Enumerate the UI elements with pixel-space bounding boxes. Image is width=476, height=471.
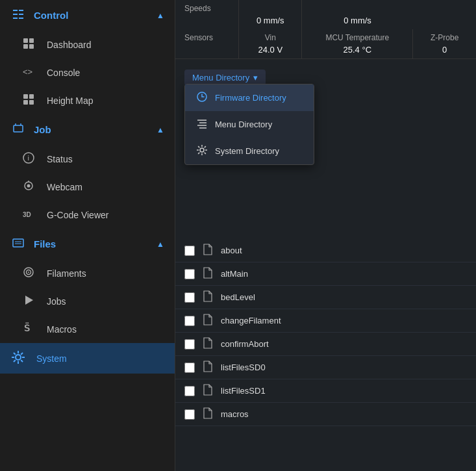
file-doc-icon — [203, 244, 213, 257]
dashboard-label: Dashboard — [47, 40, 92, 50]
filaments-label: Filaments — [47, 268, 86, 279]
system-dir-label: System Directory — [215, 146, 279, 156]
menu-dir-label: Menu Directory — [192, 73, 249, 83]
jobs-label: Jobs — [47, 296, 66, 307]
job-section-header[interactable]: Job ▲ — [0, 114, 175, 145]
console-label: Console — [47, 68, 80, 78]
macros-label: Macros — [47, 324, 77, 335]
webcam-label: Webcam — [47, 182, 82, 192]
dropdown-firmware[interactable]: Firmware Directory — [185, 84, 314, 111]
gcode-label: G-Code Viewer — [47, 210, 108, 220]
gcode-icon: 3D — [21, 207, 36, 222]
svg-rect-4 — [13, 18, 18, 19]
svg-rect-6 — [23, 38, 28, 43]
svg-rect-8 — [23, 44, 28, 49]
file-name-listFilesSD0: listFilesSD0 — [221, 363, 266, 372]
zprobe-value: 0 — [413, 44, 476, 58]
status-icon: i — [21, 151, 36, 166]
sidebar-item-height-map[interactable]: Height Map — [0, 86, 175, 114]
svg-text:3D: 3D — [23, 211, 31, 218]
firmware-icon — [195, 91, 208, 105]
svg-rect-7 — [29, 38, 34, 43]
files-label: Files — [34, 238, 56, 249]
control-section-header[interactable]: Control ▲ — [0, 0, 175, 31]
file-checkbox-listFilesSD0[interactable] — [184, 363, 195, 373]
file-row: bedLevel — [175, 286, 476, 309]
file-row: about — [175, 239, 476, 262]
file-doc-icon — [203, 314, 213, 327]
dropdown-menu-dir[interactable]: Menu Directory — [185, 111, 314, 138]
file-checkbox-altMain[interactable] — [184, 269, 195, 279]
dashboard-icon — [21, 37, 36, 52]
sidebar-item-console[interactable]: <> Console — [0, 58, 175, 86]
svg-rect-9 — [29, 44, 34, 49]
svg-rect-12 — [29, 94, 34, 99]
files-chevron: ▲ — [157, 240, 164, 249]
sensors-label: Sensors — [175, 29, 239, 44]
file-name-bedLevel: bedLevel — [221, 292, 255, 302]
svg-point-19 — [27, 185, 31, 188]
firmware-label: Firmware Directory — [215, 93, 286, 103]
sidebar-item-jobs[interactable]: Jobs — [0, 287, 175, 315]
svg-rect-0 — [13, 10, 18, 11]
files-section-header[interactable]: Files ▲ — [0, 229, 175, 259]
speeds-label: Speeds — [175, 0, 239, 14]
file-checkbox-macros[interactable] — [184, 409, 195, 420]
file-name-about: about — [221, 246, 242, 255]
console-icon: <> — [21, 65, 36, 80]
file-row: listFilesSD1 — [175, 379, 476, 403]
svg-rect-15 — [14, 125, 23, 132]
sidebar-item-macros[interactable]: S̈ Macros — [0, 315, 175, 343]
svg-marker-26 — [25, 296, 33, 305]
filaments-icon — [21, 266, 36, 281]
macros-icon: S̈ — [21, 322, 36, 337]
svg-rect-22 — [13, 239, 23, 247]
svg-point-34 — [200, 148, 204, 152]
status-label: Status — [47, 154, 73, 164]
job-label: Job — [34, 124, 51, 135]
sidebar-item-webcam[interactable]: Webcam — [0, 173, 175, 201]
dropdown-system[interactable]: System Directory — [185, 138, 314, 164]
menu-dir-dd-label: Menu Directory — [215, 120, 272, 129]
svg-rect-14 — [29, 100, 34, 105]
system-dir-icon — [195, 144, 208, 158]
sidebar-item-status[interactable]: i Status — [0, 145, 175, 173]
file-checkbox-about[interactable] — [184, 246, 195, 256]
file-doc-icon — [203, 407, 213, 421]
control-chevron: ▲ — [157, 11, 164, 20]
webcam-icon — [21, 179, 36, 194]
file-doc-icon — [203, 361, 213, 374]
file-doc-icon — [203, 384, 213, 398]
file-row: changeFilament — [175, 309, 476, 333]
file-list: about altMain — [175, 239, 476, 426]
sidebar-item-filaments[interactable]: Filaments — [0, 259, 175, 287]
file-name-altMain: altMain — [221, 269, 248, 279]
sidebar-item-dashboard[interactable]: Dashboard — [0, 31, 175, 58]
file-name-changeFilament: changeFilament — [221, 316, 281, 325]
file-browser: Menu Directory ▾ Firmware Directory — [175, 59, 476, 471]
file-name-listFilesSD1: listFilesSD1 — [221, 386, 266, 396]
svg-rect-1 — [19, 10, 23, 11]
sidebar-item-gcode-viewer[interactable]: 3D G-Code Viewer — [0, 201, 175, 229]
file-row: macros — [175, 403, 476, 426]
zprobe-label: Z-Probe — [413, 29, 476, 44]
mcu-value: 25.4 °C — [302, 44, 413, 58]
svg-rect-3 — [19, 14, 23, 15]
control-icon — [10, 8, 26, 23]
menu-dir-icon — [195, 118, 208, 131]
file-checkbox-listFilesSD1[interactable] — [184, 386, 195, 396]
file-checkbox-bedLevel[interactable] — [184, 292, 195, 303]
vin-value: 24.0 V — [239, 44, 302, 58]
height-map-icon — [21, 93, 36, 108]
file-checkbox-changeFilament[interactable] — [184, 316, 195, 326]
mcu-label: MCU Temperature — [302, 29, 413, 44]
file-row: listFilesSD0 — [175, 356, 476, 379]
speed1-label — [239, 0, 302, 14]
svg-rect-11 — [23, 94, 28, 99]
file-name-macros: macros — [221, 409, 249, 419]
height-map-label: Height Map — [47, 95, 94, 106]
sidebar-item-system[interactable]: System — [0, 343, 175, 374]
sidebar: Control ▲ Dashboard <> Console — [0, 0, 175, 471]
file-checkbox-confirmAbort[interactable] — [184, 339, 195, 350]
svg-rect-13 — [23, 100, 28, 105]
